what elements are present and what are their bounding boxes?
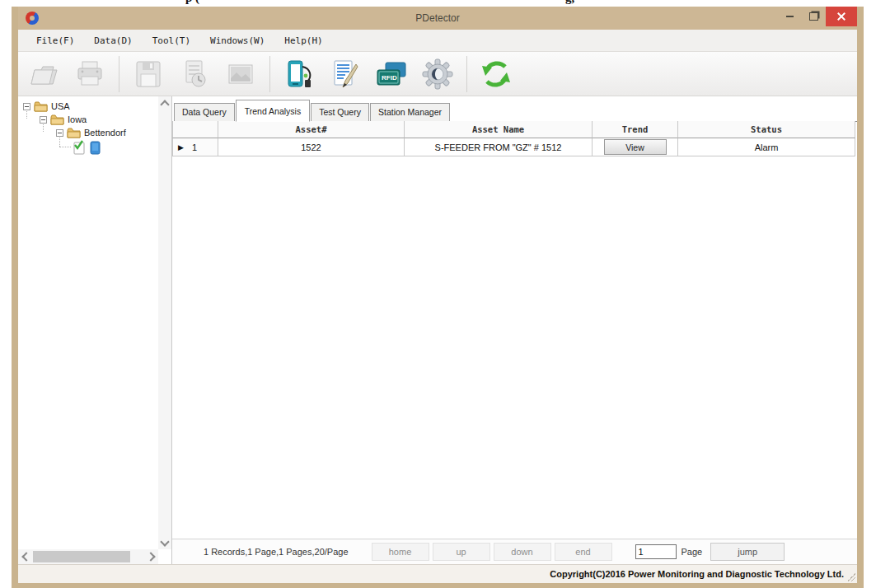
menu-tool[interactable]: Tool(T) bbox=[143, 32, 200, 49]
folder-icon bbox=[34, 101, 48, 112]
scrollbar-thumb[interactable] bbox=[33, 551, 130, 562]
pagination-bar: 1 Records,1 Page,1 Pages,20/Page home up… bbox=[172, 539, 857, 564]
tree-label: Iowa bbox=[68, 114, 87, 124]
tab-strip: Data Query Trend Analysis Test Query Sta… bbox=[172, 96, 857, 122]
previous-page-button[interactable]: up bbox=[433, 543, 490, 561]
detector-device-icon bbox=[281, 56, 317, 92]
records-summary: 1 Records,1 Page,1 Pages,20/Page bbox=[204, 547, 349, 557]
trend-table: Asset# Asset Name Trend Status ▶ 1 1522 … bbox=[172, 121, 855, 156]
tab-test-query[interactable]: Test Query bbox=[311, 103, 369, 121]
folder-icon bbox=[50, 114, 64, 125]
report-history-button[interactable] bbox=[176, 55, 213, 93]
device-node-icon bbox=[90, 141, 101, 155]
toolbar-separator bbox=[119, 56, 119, 92]
menu-data[interactable]: Data(D) bbox=[84, 32, 142, 49]
refresh-button[interactable] bbox=[477, 55, 515, 93]
tab-trend-analysis[interactable]: Trend Analysis bbox=[236, 100, 310, 122]
resize-grip[interactable] bbox=[847, 573, 855, 581]
svg-text:RFID: RFID bbox=[382, 74, 397, 82]
row-header-cell[interactable]: ▶ 1 bbox=[172, 138, 218, 156]
table-header-row: Asset# Asset Name Trend Status bbox=[172, 121, 855, 138]
collapse-icon[interactable] bbox=[40, 116, 47, 124]
tree-horizontal-scrollbar[interactable] bbox=[18, 549, 158, 564]
edit-report-button[interactable] bbox=[326, 55, 364, 93]
minimize-button[interactable] bbox=[778, 7, 802, 26]
tree-node-usa[interactable]: USA bbox=[23, 100, 70, 113]
settings-gear-button[interactable] bbox=[419, 55, 457, 93]
collapse-icon[interactable] bbox=[56, 129, 63, 137]
minimize-icon bbox=[786, 16, 794, 17]
scroll-left-arrow[interactable] bbox=[18, 550, 31, 563]
page-number-input[interactable] bbox=[635, 544, 677, 559]
menu-bar: File(F) Data(D) Tool(T) Windows(W) Help(… bbox=[18, 30, 857, 52]
page-label: Page bbox=[682, 547, 703, 557]
status-cell[interactable]: Alarm bbox=[678, 138, 855, 156]
tab-station-manager[interactable]: Station Manager bbox=[370, 103, 450, 121]
cropped-text-fragment: p ( bbox=[185, 0, 199, 5]
screen: p ( g, PDetector File(F) Data(D) Tool(T)… bbox=[0, 0, 890, 588]
scroll-right-arrow[interactable] bbox=[145, 550, 158, 563]
asset-no-cell[interactable]: 1522 bbox=[218, 138, 405, 156]
toolbar-separator bbox=[466, 56, 467, 92]
tab-data-query[interactable]: Data Query bbox=[174, 103, 235, 121]
current-row-marker-icon: ▶ bbox=[178, 143, 184, 152]
app-logo-icon bbox=[26, 12, 39, 25]
tree-node-bettendorf[interactable]: Bettendorf bbox=[56, 126, 126, 139]
toolbar-separator bbox=[269, 56, 270, 92]
tree-label: Bettendorf bbox=[84, 128, 126, 138]
close-icon bbox=[837, 12, 846, 21]
view-trend-button[interactable]: View bbox=[604, 139, 667, 155]
open-folder-button[interactable] bbox=[25, 55, 63, 93]
tree-vertical-scrollbar[interactable] bbox=[158, 96, 171, 549]
collapse-icon[interactable] bbox=[23, 103, 30, 110]
close-button[interactable] bbox=[826, 7, 857, 26]
copyright-text: Copyright(C)2016 Power Monitoring and Di… bbox=[550, 569, 844, 579]
menu-file[interactable]: File(F) bbox=[26, 32, 84, 49]
rfid-card-button[interactable]: RFID bbox=[372, 55, 410, 93]
save-button[interactable] bbox=[129, 55, 167, 93]
edit-report-icon bbox=[327, 56, 363, 92]
trend-cell: View bbox=[593, 138, 678, 156]
menu-windows[interactable]: Windows(W) bbox=[200, 32, 274, 49]
status-bar: Copyright(C)2016 Power Monitoring and Di… bbox=[18, 564, 857, 583]
print-icon bbox=[72, 56, 108, 92]
detector-device-button[interactable] bbox=[280, 55, 318, 93]
toolbar: RFID bbox=[18, 52, 857, 96]
column-header-asset-name[interactable]: Asset Name bbox=[405, 121, 593, 138]
print-button[interactable] bbox=[71, 55, 109, 93]
chevron-down-icon bbox=[160, 537, 169, 546]
image-view-button[interactable] bbox=[222, 55, 260, 93]
next-page-button[interactable]: down bbox=[494, 543, 551, 561]
scroll-down-arrow[interactable] bbox=[158, 536, 171, 549]
home-page-button[interactable]: home bbox=[372, 543, 429, 561]
maximize-button[interactable] bbox=[802, 7, 826, 26]
asset-name-cell[interactable]: S-FEEDER FROM "GZ" # 1512 bbox=[405, 138, 593, 156]
content-area: Data Query Trend Analysis Test Query Sta… bbox=[172, 96, 857, 564]
main-area: USA Iowa Bettendorf bbox=[18, 96, 857, 564]
column-header-status[interactable]: Status bbox=[678, 121, 855, 138]
table-row[interactable]: ▶ 1 1522 S-FEEDER FROM "GZ" # 1512 View … bbox=[172, 138, 855, 156]
column-header-trend[interactable]: Trend bbox=[593, 121, 678, 138]
restore-icon bbox=[809, 12, 818, 21]
tree-node-iowa[interactable]: Iowa bbox=[40, 113, 87, 126]
scroll-up-arrow[interactable] bbox=[158, 96, 171, 110]
tree-leaf-items[interactable] bbox=[73, 140, 101, 155]
station-tree-panel: USA Iowa Bettendorf bbox=[18, 96, 172, 564]
open-folder-icon bbox=[26, 56, 62, 92]
report-history-icon bbox=[176, 56, 213, 92]
folder-icon bbox=[67, 128, 81, 138]
jump-button[interactable]: jump bbox=[710, 543, 785, 561]
menu-help[interactable]: Help(H) bbox=[274, 32, 332, 49]
pdetector-window: PDetector File(F) Data(D) Tool(T) Window… bbox=[12, 7, 864, 588]
chevron-right-icon bbox=[146, 552, 155, 561]
settings-gear-icon bbox=[419, 56, 456, 92]
titlebar: PDetector bbox=[18, 7, 857, 30]
chevron-up-icon bbox=[160, 100, 169, 109]
cropped-document-text: p ( g, bbox=[0, 0, 890, 7]
tree-connector bbox=[59, 147, 71, 147]
refresh-icon bbox=[478, 56, 514, 92]
report-check-icon bbox=[73, 140, 86, 155]
last-page-button[interactable]: end bbox=[555, 543, 612, 561]
column-header-asset-no[interactable]: Asset# bbox=[218, 121, 405, 138]
image-view-icon bbox=[222, 56, 259, 92]
